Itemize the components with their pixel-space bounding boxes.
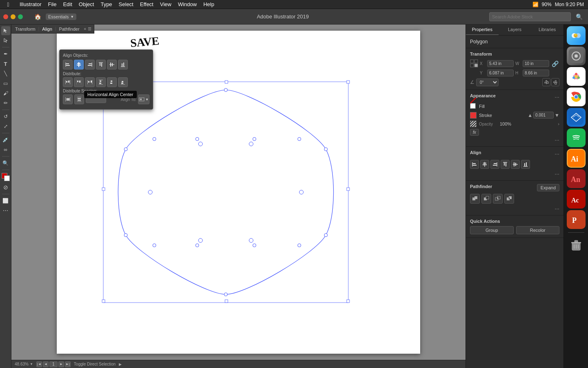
zoom-dropdown-icon[interactable]: ▼ [30,362,33,366]
search-stock-input[interactable] [489,12,571,21]
dock-icon-spotify[interactable] [567,128,586,147]
group-button[interactable]: Group [470,226,514,234]
appearance-section-menu-icon[interactable]: ··· [555,137,559,143]
align-to-button[interactable]: ▼ [138,94,149,104]
rotate-tool[interactable]: ↺ [1,112,10,121]
scale-tool[interactable]: ⤢ [1,122,10,131]
opacity-arrow-icon[interactable]: › [558,121,559,126]
align-left-button[interactable] [63,60,73,70]
distribute-space-h-button[interactable] [63,94,73,104]
next-page-button[interactable]: ► [58,361,64,367]
menu-object[interactable]: Object [76,0,98,9]
eyedropper-tool[interactable]: 💉 [1,135,10,144]
artboard-tool[interactable]: ⬜ [1,196,10,205]
distribute-top-button[interactable] [96,77,106,87]
menu-file[interactable]: File [45,0,60,9]
panel-align-right-edge[interactable] [490,160,499,169]
apple-menu[interactable]:  [0,1,16,8]
none-icon[interactable]: ⊘ [1,183,10,192]
w-input[interactable] [523,60,549,67]
align-bottom-button[interactable] [118,60,128,70]
traffic-light-minimize[interactable] [11,14,16,19]
dock-icon-illustrator[interactable]: Ai [567,149,586,168]
dock-icon-powerpoint[interactable]: P [567,210,586,229]
dock-icon-photos[interactable] [567,67,586,86]
stroke-value-input[interactable] [533,112,554,119]
more-tools[interactable]: ··· [1,206,10,215]
distribute-center-v-button[interactable] [107,77,117,87]
pf-minus-front[interactable] [481,194,491,204]
align-section-end-icon[interactable]: ··· [555,171,559,177]
direct-selection-tool[interactable] [1,36,10,45]
dock-icon-chrome[interactable] [567,88,586,106]
type-tool[interactable]: T [1,59,10,68]
recolor-button[interactable]: Recolor [516,226,560,234]
hexagon-shape[interactable] [99,78,352,307]
paintbrush-tool[interactable]: 🖌 [1,89,10,98]
page-number-input[interactable] [49,361,58,367]
distribute-center-h-button[interactable] [74,77,84,87]
home-button[interactable]: 🏠 [32,11,43,22]
panel-align-center-v[interactable] [511,160,520,169]
fill-color-indicator[interactable] [2,173,10,181]
rectangle-tool[interactable]: ▭ [1,79,10,88]
dock-icon-animate[interactable]: An [567,169,586,188]
pf-exclude[interactable] [504,194,514,204]
y-input[interactable] [487,70,514,76]
panel-align-left-edge[interactable] [470,160,479,169]
panel-align-bottom-edge[interactable] [521,160,530,169]
tab-align[interactable]: Align [41,27,53,31]
pathfinder-expand-button[interactable]: Expand [537,184,559,191]
h-input[interactable] [523,70,549,76]
dock-icon-spark[interactable] [567,108,586,127]
collapse-panel-icon[interactable]: « [84,27,87,31]
menu-effect[interactable]: Effect [137,0,157,9]
constrain-proportions-button[interactable]: 🔗 [551,60,559,68]
selection-tool[interactable] [1,26,10,35]
traffic-light-close[interactable] [3,14,8,19]
appearance-menu-icon[interactable]: ··· [555,94,559,100]
menu-window[interactable]: Window [175,0,200,9]
tab-pathfinder[interactable]: Pathfinder [58,27,80,31]
align-section-menu-icon[interactable]: ··· [555,150,559,157]
pf-section-menu-icon[interactable]: ··· [555,205,559,212]
distribute-bottom-button[interactable] [118,77,128,87]
pencil-tool[interactable]: ✏ [1,99,10,108]
distribute-right-button[interactable] [85,77,95,87]
workspace-switcher[interactable]: Essentials ▼ [46,13,76,20]
menu-select[interactable]: Select [116,0,137,9]
panel-align-top-edge[interactable] [501,160,510,169]
menu-help[interactable]: Help [200,0,218,9]
align-right-button[interactable] [85,60,95,70]
align-top-button[interactable] [96,60,106,70]
tab-libraries[interactable]: Libraries [531,25,564,35]
dock-icon-system-prefs[interactable] [567,47,586,65]
pen-tool[interactable]: ✒ [1,49,10,58]
tab-transform[interactable]: Transform [14,27,37,31]
panel-align-center-h[interactable] [480,160,489,169]
line-tool[interactable]: ╲ [1,69,10,78]
search-icon[interactable]: 🔍 [573,11,585,22]
distribute-left-button[interactable] [63,77,73,87]
blend-tool[interactable]: ∞ [1,145,10,154]
pf-unite[interactable] [470,194,480,204]
traffic-light-maximize[interactable] [18,14,23,19]
menu-edit[interactable]: Edit [60,0,75,9]
align-center-h-button[interactable] [74,60,84,70]
prev-page-button[interactable]: ◄ [43,361,49,367]
fx-button[interactable]: fx [470,129,479,136]
menu-view[interactable]: View [157,0,175,9]
tab-properties[interactable]: Properties [466,25,499,35]
last-page-button[interactable]: ►| [65,361,71,367]
distribute-space-v-button[interactable] [74,94,84,104]
stroke-spin-up[interactable]: ▲ [528,112,532,118]
flip-h-button[interactable] [542,78,550,86]
dock-icon-trash[interactable] [567,236,586,255]
x-input[interactable] [487,60,514,67]
tab-layers[interactable]: Layers [499,25,531,35]
stroke-color-swatch[interactable] [470,112,477,119]
pf-intersect[interactable] [493,194,503,204]
dock-icon-finder[interactable]: 😊 [567,26,586,45]
angle-select[interactable]: 0° 90° 180° 270° [476,79,499,86]
align-center-v-button[interactable] [107,60,117,70]
